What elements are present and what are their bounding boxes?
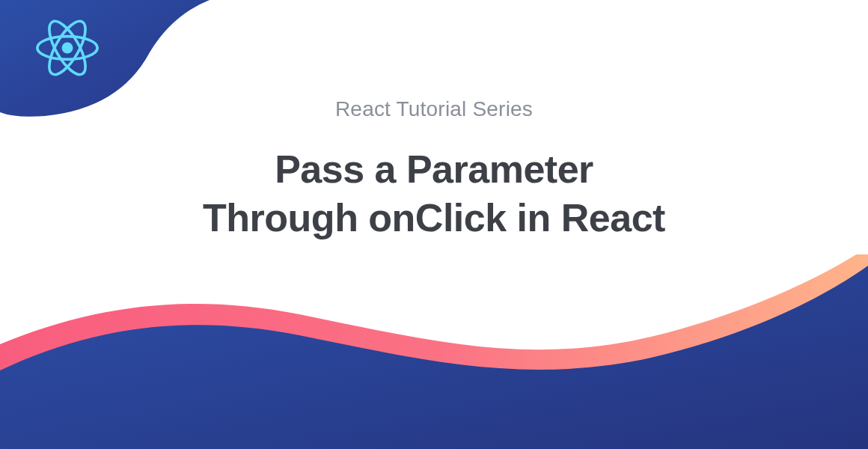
title-line-1: Pass a Parameter bbox=[275, 147, 593, 191]
series-label: React Tutorial Series bbox=[0, 97, 868, 121]
svg-point-0 bbox=[62, 43, 73, 54]
title-line-2: Through onClick in React bbox=[203, 196, 665, 239]
page-title: Pass a Parameter Through onClick in Reac… bbox=[0, 145, 868, 242]
bottom-wave-decoration bbox=[0, 254, 868, 449]
content-area: React Tutorial Series Pass a Parameter T… bbox=[0, 97, 868, 242]
hero-card: React Tutorial Series Pass a Parameter T… bbox=[0, 0, 868, 449]
react-logo-icon bbox=[36, 16, 99, 79]
